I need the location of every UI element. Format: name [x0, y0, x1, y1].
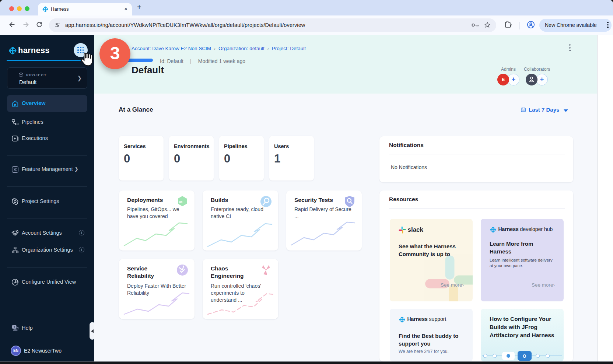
devhub-see-more[interactable]: See more›: [532, 282, 555, 288]
resource-tile-slack[interactable]: slack See what the Harness Community is …: [390, 219, 473, 301]
chrome-update-button[interactable]: New Chrome available: [539, 19, 612, 32]
toolbar-divider: [519, 22, 519, 29]
devhub-brand: Harness developer hub: [490, 226, 553, 233]
forward-icon[interactable]: [22, 21, 30, 29]
browser-tab[interactable]: Harness ×: [38, 3, 132, 15]
module-desc: Rapid Delivery of Secure ...: [294, 206, 355, 220]
module-card-chaos-engineering[interactable]: Chaos Engineering Run controlled 'chaos'…: [203, 259, 278, 319]
gear-icon: [11, 197, 19, 206]
module-card-service-reliability[interactable]: Service Reliability Deploy Faster With B…: [119, 259, 195, 319]
support-heading: Find the Best buddy to support you: [399, 332, 465, 347]
breadcrumb-project[interactable]: Project: Default: [272, 46, 306, 51]
hand-cursor: [77, 50, 97, 69]
harness-logo-icon: [8, 46, 17, 55]
module-title: Chaos Engineering: [211, 265, 257, 280]
sidebar-item-account-settings[interactable]: Account Settings i: [7, 225, 87, 242]
sidebar-item-label: Pipelines: [22, 119, 43, 125]
chevron-right-icon: ❯: [77, 75, 82, 81]
sidebar-item-feature-management[interactable]: Feature Management ❯: [7, 161, 87, 178]
divider: [389, 208, 565, 209]
resource-tile-support[interactable]: Harness support Find the Best buddy to s…: [390, 309, 473, 361]
url-bar[interactable]: app.harness.io/ng/account/YWdkwNPiTceDUK…: [49, 18, 496, 32]
url-text[interactable]: app.harness.io/ng/account/YWdkwNPiTceDUK…: [65, 22, 305, 28]
info-icon[interactable]: i: [79, 247, 84, 252]
slack-watermark-icon: [424, 254, 473, 301]
module-card-deployments[interactable]: Deployments Pipelines, GitOps... we have…: [119, 190, 195, 251]
resource-tile-jfrog[interactable]: How to Configure Your Builds with JFrog …: [481, 309, 564, 361]
sidebar-item-executions[interactable]: Executions: [7, 130, 87, 147]
scrollbar-gutter: [597, 35, 613, 361]
stat-card-services[interactable]: Services 0: [119, 136, 164, 181]
new-tab-button[interactable]: +: [137, 3, 141, 11]
deployments-icon: ∞: [176, 195, 189, 208]
notifications-card: Notifications No Notifications: [379, 136, 573, 182]
home-icon: [11, 99, 19, 108]
profile-icon[interactable]: [527, 21, 535, 29]
add-admin-button[interactable]: +: [508, 74, 519, 85]
extensions-icon[interactable]: [504, 21, 512, 28]
page-menu-icon[interactable]: [569, 44, 571, 53]
sidebar-item-label: Account Settings: [22, 230, 62, 236]
jfrog-heading: How to Configure Your Builds with JFrog …: [490, 315, 556, 339]
module-title: Service Reliability: [127, 265, 173, 280]
support-brand: Harness support: [399, 316, 446, 323]
stat-label: Pipelines: [224, 143, 248, 149]
slack-icon: [399, 226, 406, 234]
modified-date: Modified 1 week ago: [198, 58, 245, 64]
add-collaborator-button[interactable]: +: [536, 74, 548, 85]
breadcrumb: Account: Dave Karow E2 Non SCIM›Organiza…: [132, 45, 306, 52]
back-icon[interactable]: [8, 21, 16, 29]
sidebar-item-label: Executions: [22, 135, 48, 141]
traffic-light-minimize[interactable]: [17, 6, 22, 11]
info-icon[interactable]: i: [79, 230, 84, 235]
main-content: Account: Dave Karow E2 Non SCIM›Organiza…: [94, 35, 597, 361]
stat-card-users[interactable]: Users 1: [269, 136, 314, 181]
sidebar-item-pipelines[interactable]: Pipelines: [7, 114, 87, 131]
admin-avatar[interactable]: E: [497, 74, 509, 85]
svg-text:O: O: [523, 354, 526, 359]
sidebar-item-configure-unified-view[interactable]: Configure Unified View: [7, 274, 87, 291]
harness-favicon: [42, 6, 49, 13]
resource-tile-developer-hub[interactable]: Harness developer hub Learn More from Ha…: [481, 219, 564, 301]
stat-value: 0: [174, 152, 180, 165]
module-card-builds[interactable]: Builds Enterprise ready, cloud native CI: [203, 190, 278, 251]
browser-menu-icon[interactable]: [607, 22, 608, 29]
stat-label: Users: [274, 143, 289, 149]
sidebar-item-overview[interactable]: Overview: [7, 95, 87, 112]
project-selector[interactable]: PROJECT Default ❯: [7, 67, 87, 89]
stat-value: 0: [224, 152, 230, 165]
date-range-selector[interactable]: Last 7 Days: [521, 106, 568, 113]
sidebar-item-label: Project Settings: [22, 198, 59, 204]
account-settings-icon: [11, 229, 19, 237]
sidebar-item-help[interactable]: ? Help: [7, 320, 87, 337]
user-profile-item[interactable]: EN E2 NewuserTwo: [7, 342, 87, 359]
notifications-title: Notifications: [389, 142, 424, 148]
section-title-at-a-glance: At a Glance: [119, 106, 153, 113]
traffic-light-close[interactable]: [9, 6, 14, 11]
slack-see-more[interactable]: See more›: [441, 282, 464, 288]
calendar-icon: [521, 107, 526, 112]
tab-close-icon[interactable]: ×: [124, 6, 127, 12]
harness-icon: [399, 316, 406, 323]
breadcrumb-account[interactable]: Account: Dave Karow E2 Non SCIM: [132, 46, 211, 51]
traffic-light-zoom[interactable]: [25, 6, 29, 11]
breadcrumb-organization[interactable]: Organization: default: [218, 46, 265, 51]
pipeline-graphic: O: [481, 350, 564, 361]
bookmark-star-icon[interactable]: [484, 21, 491, 29]
site-settings-icon[interactable]: [54, 22, 61, 28]
service-reliability-icon: [176, 264, 189, 276]
sidebar-item-label: Organization Settings: [22, 247, 73, 253]
module-card-security-tests[interactable]: Security Tests Rapid Delivery of Secure …: [286, 190, 362, 251]
stat-card-environments[interactable]: Environments 0: [169, 136, 214, 181]
module-title: Deployments: [127, 196, 173, 204]
password-key-icon[interactable]: [471, 22, 479, 28]
support-subtext: We are here 24/7 for you.: [399, 349, 469, 354]
collaborator-avatar[interactable]: [526, 74, 537, 85]
stat-card-pipelines[interactable]: Pipelines 0: [219, 136, 264, 181]
sidebar-item-organization-settings[interactable]: Organization Settings i: [7, 242, 87, 259]
collaborators-label: Collaborators: [524, 67, 550, 72]
browser-window: Harness × + app.harness.io/ng/account/YW…: [0, 0, 613, 361]
reload-icon[interactable]: [35, 21, 43, 28]
sidebar-item-project-settings[interactable]: Project Settings: [7, 193, 87, 210]
slack-brand: slack: [399, 226, 423, 234]
